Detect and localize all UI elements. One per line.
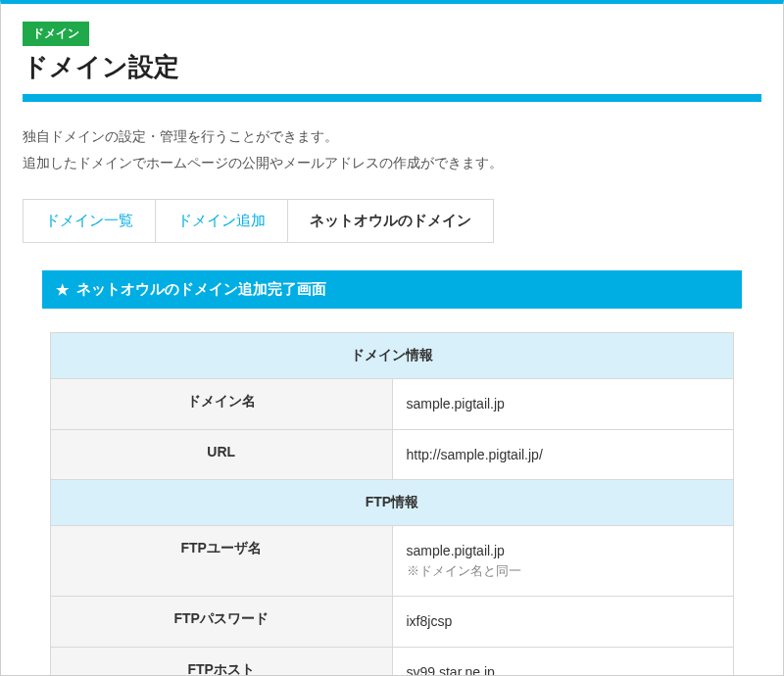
label-ftp-pass: FTPパスワード [51,597,393,647]
page-description: 独自ドメインの設定・管理を行うことができます。 追加したドメインでホームページの… [23,123,761,175]
page-frame: ドメイン ドメイン設定 独自ドメインの設定・管理を行うことができます。 追加した… [0,0,784,676]
panel-title: ネットオウルのドメイン追加完了画面 [76,280,326,299]
row-ftp-user: FTPユーザ名 sample.pigtail.jp ※ドメイン名と同一 [51,525,734,596]
row-domain-name: ドメイン名 sample.pigtail.jp [51,379,734,429]
tab-domain-list[interactable]: ドメイン一覧 [23,199,155,243]
tab-domain-add[interactable]: ドメイン追加 [155,199,287,243]
description-line-2: 追加したドメインでホームページの公開やメールアドレスの作成ができます。 [23,150,761,176]
value-ftp-host: sv99.star.ne.jp [392,647,734,676]
section-row-ftp-info: FTP情報 [51,479,734,525]
tab-netowl-domain[interactable]: ネットオウルのドメイン [287,199,494,243]
section-header-ftp-info: FTP情報 [51,479,734,525]
panel-body: ドメイン情報 ドメイン名 sample.pigtail.jp URL http:… [42,309,742,676]
value-ftp-user: sample.pigtail.jp ※ドメイン名と同一 [392,525,734,596]
label-ftp-host: FTPホスト [51,647,393,676]
label-ftp-user: FTPユーザ名 [51,525,393,596]
star-icon: ★ [56,282,69,297]
label-url: URL [51,429,393,479]
label-domain-name: ドメイン名 [51,379,393,429]
value-url: http://sample.pigtail.jp/ [392,429,734,479]
description-line-1: 独自ドメインの設定・管理を行うことができます。 [23,123,761,150]
section-header-domain-info: ドメイン情報 [51,333,734,379]
row-url: URL http://sample.pigtail.jp/ [51,429,734,479]
page-title: ドメイン設定 [23,50,761,84]
value-domain-name: sample.pigtail.jp [392,379,734,429]
info-table: ドメイン情報 ドメイン名 sample.pigtail.jp URL http:… [50,332,734,676]
ftp-user-note: ※ドメイン名と同一 [407,561,720,582]
title-divider [23,94,761,102]
completion-panel: ★ ネットオウルのドメイン追加完了画面 ドメイン情報 ドメイン名 sample.… [42,270,742,676]
section-row-domain-info: ドメイン情報 [51,333,734,379]
tab-bar: ドメイン一覧 ドメイン追加 ネットオウルのドメイン [23,199,761,243]
category-badge: ドメイン [23,22,89,46]
ftp-user-value: sample.pigtail.jp [407,540,720,561]
value-ftp-pass: ixf8jcsp [392,597,734,647]
panel-header: ★ ネットオウルのドメイン追加完了画面 [42,270,742,309]
row-ftp-host: FTPホスト sv99.star.ne.jp [51,647,734,676]
row-ftp-pass: FTPパスワード ixf8jcsp [51,597,734,647]
